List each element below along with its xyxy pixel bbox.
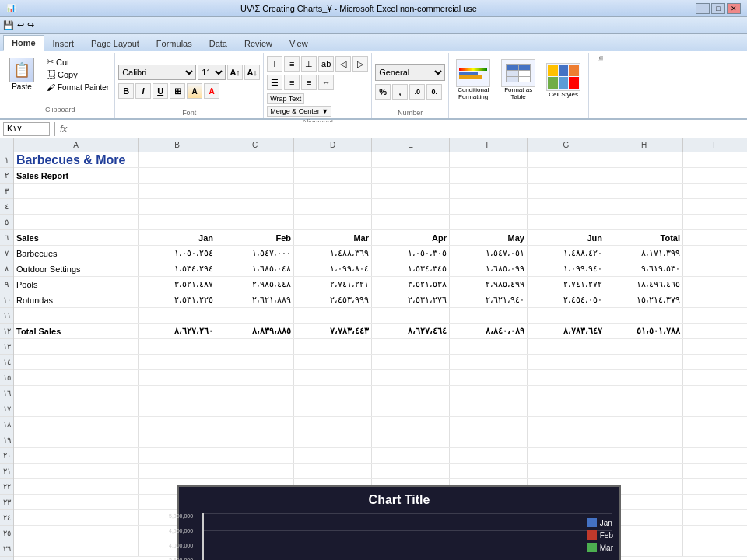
cell-4-7[interactable] xyxy=(528,199,605,214)
cell-9-3[interactable]: ٢،٩٨٥،٤٤٨ xyxy=(216,277,294,292)
cell-22-1[interactable] xyxy=(14,479,139,494)
cell-16-2[interactable] xyxy=(139,386,216,401)
cell-18-7[interactable] xyxy=(528,417,605,432)
cell-23-1[interactable] xyxy=(14,495,139,509)
cell-19-4[interactable] xyxy=(294,432,372,447)
format-painter-button[interactable]: 🖌 Format Painter xyxy=(45,82,110,93)
increase-decimal-button[interactable]: .0 xyxy=(409,84,425,100)
font-select[interactable]: Calibri xyxy=(118,65,196,80)
cell-12-1[interactable]: Total Sales xyxy=(14,324,139,338)
cell-20-5[interactable] xyxy=(372,448,450,463)
cell-25-1[interactable] xyxy=(14,526,139,541)
cell-6-5[interactable]: Apr xyxy=(372,230,450,245)
cell-4-1[interactable] xyxy=(14,199,139,214)
cell-16-7[interactable] xyxy=(528,386,605,401)
cell-17-2[interactable] xyxy=(139,401,216,416)
cell-16-5[interactable] xyxy=(372,386,450,401)
cell-16-4[interactable] xyxy=(294,386,372,401)
cell-14-2[interactable] xyxy=(139,355,216,369)
cell-2-8[interactable] xyxy=(605,168,683,183)
align-right-button[interactable]: ≡ xyxy=(301,75,317,90)
cell-10-6[interactable]: ٢،٦٢١،٩٤٠ xyxy=(450,292,528,307)
cell-1-5[interactable] xyxy=(372,152,450,167)
tab-data[interactable]: Data xyxy=(201,35,236,51)
indent-decrease-button[interactable]: ◁ xyxy=(335,56,351,72)
cell-15-7[interactable] xyxy=(528,370,605,385)
cell-11-7[interactable] xyxy=(528,308,605,323)
cell-9-5[interactable]: ٣،٥٢١،٥٣٨ xyxy=(372,277,450,292)
cell-6-7[interactable]: Jun xyxy=(528,230,605,245)
col-header-b[interactable]: B xyxy=(139,138,216,152)
cell-5-4[interactable] xyxy=(294,215,372,229)
cell-6-8[interactable]: Total xyxy=(605,230,683,245)
cell-4-5[interactable] xyxy=(372,199,450,214)
cell-2-4[interactable] xyxy=(294,168,372,183)
border-button[interactable]: ⊞ xyxy=(170,83,185,99)
cell-21-1[interactable] xyxy=(14,464,139,478)
tab-formulas[interactable]: Formulas xyxy=(148,35,201,51)
conditional-formatting-button[interactable]: Conditional Formatting xyxy=(452,59,494,101)
cell-14-8[interactable] xyxy=(605,355,683,369)
cell-11-2[interactable] xyxy=(139,308,216,323)
cell-5-5[interactable] xyxy=(372,215,450,229)
cell-9-1[interactable]: Pools xyxy=(14,277,139,292)
cell-2-6[interactable] xyxy=(450,168,528,183)
merge-center-button[interactable]: Merge & Center ▼ xyxy=(267,106,331,117)
cell-12-7[interactable]: ٨،٧٨٣،٦٤٧ xyxy=(528,324,605,338)
col-header-a[interactable]: A xyxy=(14,138,139,152)
cell-21-4[interactable] xyxy=(294,464,372,478)
cell-5-8[interactable] xyxy=(605,215,683,229)
cell-18-6[interactable] xyxy=(450,417,528,432)
cell-15-4[interactable] xyxy=(294,370,372,385)
cell-8-8[interactable]: ٩،٦١٩،٥٣٠ xyxy=(605,261,683,276)
cell-12-5[interactable]: ٨،٦٢٧،٤٦٤ xyxy=(372,324,450,338)
col-header-d[interactable]: D xyxy=(294,138,372,152)
align-bottom-button[interactable]: ⊥ xyxy=(301,56,317,72)
cell-4-2[interactable] xyxy=(139,199,216,214)
cell-11-4[interactable] xyxy=(294,308,372,323)
cell-8-7[interactable]: ١،٠٩٩،٩٤٠ xyxy=(528,261,605,276)
cell-3-3[interactable] xyxy=(216,184,294,198)
cell-9-4[interactable]: ٢،٧٤١،٢٢١ xyxy=(294,277,372,292)
cell-2-7[interactable] xyxy=(528,168,605,183)
cell-7-3[interactable]: ١،٥٤٧،٠٠٠ xyxy=(216,246,294,261)
tab-home[interactable]: Home xyxy=(3,35,44,51)
cell-20-2[interactable] xyxy=(139,448,216,463)
cell-7-4[interactable]: ١،٤٨٨،٣٦٩ xyxy=(294,246,372,261)
cell-10-2[interactable]: ٢،٥٣١،٢٢٥ xyxy=(139,292,216,307)
cell-17-4[interactable] xyxy=(294,401,372,416)
cell-4-4[interactable] xyxy=(294,199,372,214)
cell-6-2[interactable]: Jan xyxy=(139,230,216,245)
cell-4-8[interactable] xyxy=(605,199,683,214)
cell-5-7[interactable] xyxy=(528,215,605,229)
bold-button[interactable]: B xyxy=(118,83,134,99)
cell-4-6[interactable] xyxy=(450,199,528,214)
cell-14-5[interactable] xyxy=(372,355,450,369)
cell-13-2[interactable] xyxy=(139,339,216,354)
italic-button[interactable]: I xyxy=(135,83,151,99)
cell-11-3[interactable] xyxy=(216,308,294,323)
cell-7-2[interactable]: ١،٠٥٠،٢٥٤ xyxy=(139,246,216,261)
cell-8-5[interactable]: ١،٥٣٤،٣٤٥ xyxy=(372,261,450,276)
cell-7-5[interactable]: ١،٠٥٠،٣٠٥ xyxy=(372,246,450,261)
cell-3-1[interactable] xyxy=(14,184,139,198)
chart-container[interactable]: Chart Title Axis Title 5,000,000 4,500,0… xyxy=(177,485,621,560)
cell-17-1[interactable] xyxy=(14,401,139,416)
cell-15-1[interactable] xyxy=(14,370,139,385)
cell-10-7[interactable]: ٢،٤٥٤،٠٥٠ xyxy=(528,292,605,307)
cell-1-3[interactable] xyxy=(216,152,294,167)
cell-20-1[interactable] xyxy=(14,448,139,463)
cell-9-7[interactable]: ٢،٧٤١،٢٧٢ xyxy=(528,277,605,292)
align-left-button[interactable]: ☰ xyxy=(267,75,282,90)
cell-15-5[interactable] xyxy=(372,370,450,385)
cell-8-4[interactable]: ١،٠٩٩،٨٠٤ xyxy=(294,261,372,276)
cell-15-8[interactable] xyxy=(605,370,683,385)
cell-3-7[interactable] xyxy=(528,184,605,198)
align-middle-button[interactable]: ≡ xyxy=(284,56,300,72)
cell-12-6[interactable]: ٨،٨٤٠،٠٨٩ xyxy=(450,324,528,338)
cell-3-6[interactable] xyxy=(450,184,528,198)
underline-button[interactable]: U xyxy=(153,83,168,99)
cell-11-8[interactable] xyxy=(605,308,683,323)
cell-18-3[interactable] xyxy=(216,417,294,432)
text-direction-button[interactable]: ↔ xyxy=(318,75,334,90)
